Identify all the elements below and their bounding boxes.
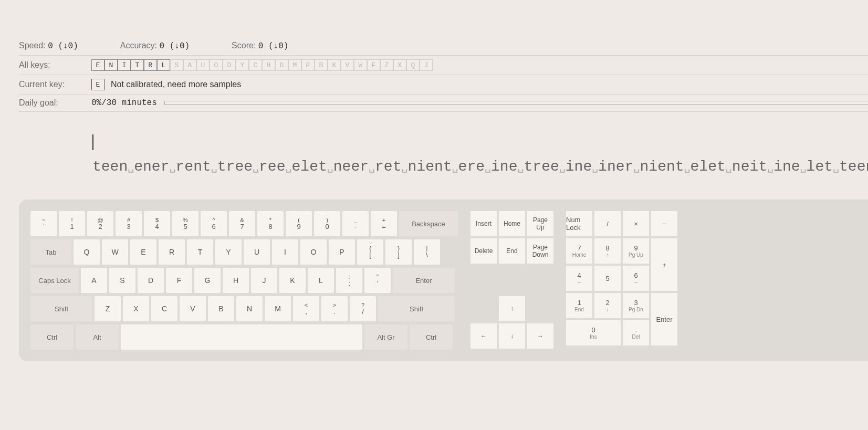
numpad-1-key[interactable]: 1End xyxy=(566,293,592,318)
key-chip[interactable]: X xyxy=(393,59,406,71)
key[interactable]: *8 xyxy=(257,211,284,236)
key[interactable]: B xyxy=(208,296,234,321)
numpad-add-key[interactable]: + xyxy=(651,238,677,291)
key-chip[interactable]: Z xyxy=(380,59,393,71)
typing-text[interactable]: teen␣ener␣rent␣tree␣ree␣elet␣neer␣ret␣ni… xyxy=(19,133,868,179)
key[interactable]: {[ xyxy=(357,239,383,265)
key[interactable]: += xyxy=(371,211,397,236)
numpad-3-key[interactable]: 3Pg Dn xyxy=(623,293,649,318)
numpad-4-key[interactable]: 4← xyxy=(566,266,592,291)
key-chip[interactable]: Q xyxy=(406,59,420,71)
key[interactable]: @2 xyxy=(87,211,113,236)
key[interactable]: K xyxy=(279,268,306,293)
key[interactable]: M xyxy=(265,296,291,321)
key[interactable]: W xyxy=(102,239,128,265)
key[interactable]: X xyxy=(123,296,149,321)
key-chip[interactable]: H xyxy=(262,59,275,71)
capslock-key[interactable]: Caps Lock xyxy=(30,268,79,293)
key-chip[interactable]: L xyxy=(157,59,170,71)
numpad-7-key[interactable]: 7Home xyxy=(566,238,592,264)
key[interactable]: Y xyxy=(215,239,242,265)
shift-right-key[interactable]: Shift xyxy=(378,296,455,321)
key[interactable]: }] xyxy=(385,239,412,265)
key[interactable]: T xyxy=(187,239,213,265)
key-chip[interactable]: B xyxy=(315,59,328,71)
space-key[interactable] xyxy=(121,324,362,350)
key[interactable]: N xyxy=(236,296,263,321)
pgdn-key[interactable]: Page Down xyxy=(527,238,553,264)
numpad-6-key[interactable]: 6→ xyxy=(623,266,649,291)
key-chip[interactable]: J xyxy=(420,59,433,71)
key-chip[interactable]: K xyxy=(328,59,341,71)
arrow-key[interactable]: ← xyxy=(470,323,497,349)
end-key[interactable]: End xyxy=(499,238,525,264)
shift-left-key[interactable]: Shift xyxy=(30,296,92,321)
key-chip[interactable]: D xyxy=(223,59,236,71)
key-chip[interactable]: A xyxy=(183,59,196,71)
pgup-key[interactable]: Page Up xyxy=(527,211,553,236)
ctrl-key[interactable]: Ctrl xyxy=(30,324,74,350)
tab-key[interactable]: Tab xyxy=(30,239,71,265)
key[interactable]: H xyxy=(223,268,249,293)
key[interactable]: ^6 xyxy=(201,211,227,236)
key[interactable]: U xyxy=(244,239,270,265)
key-chip[interactable]: R xyxy=(144,59,157,71)
key[interactable]: )0 xyxy=(314,211,340,236)
key-chip[interactable]: T xyxy=(131,59,144,71)
key[interactable]: $4 xyxy=(144,211,170,236)
key[interactable]: <, xyxy=(293,296,319,321)
key[interactable]: !1 xyxy=(59,211,85,236)
numpad-subtract-key[interactable]: − xyxy=(651,211,677,236)
key[interactable]: R xyxy=(159,239,185,265)
key[interactable]: _- xyxy=(342,211,369,236)
numpad-9-key[interactable]: 9Pg Up xyxy=(623,238,649,264)
alt-key[interactable]: Alt xyxy=(76,324,119,350)
numpad-2-key[interactable]: 2↓ xyxy=(594,293,621,318)
key[interactable]: L xyxy=(308,268,334,293)
key-chip[interactable]: C xyxy=(249,59,262,71)
key[interactable]: >. xyxy=(321,296,348,321)
key-chip[interactable]: O xyxy=(210,59,223,71)
numlock-key[interactable]: Num Lock xyxy=(566,211,592,236)
key[interactable]: F xyxy=(166,268,192,293)
numpad-enter-key[interactable]: Enter xyxy=(651,293,677,345)
enter-key[interactable]: Enter xyxy=(393,268,455,293)
key[interactable]: C xyxy=(151,296,177,321)
key[interactable]: ?/ xyxy=(350,296,376,321)
key-chip[interactable]: U xyxy=(196,59,210,71)
key[interactable]: "' xyxy=(364,268,391,293)
key-chip[interactable]: I xyxy=(118,59,131,71)
key[interactable]: P xyxy=(329,239,355,265)
key-chip[interactable]: P xyxy=(301,59,315,71)
key-chip[interactable]: E xyxy=(91,59,104,71)
ctrl-right-key[interactable]: Ctrl xyxy=(410,324,453,350)
numpad-dot-key[interactable]: .Del xyxy=(623,320,649,345)
key[interactable]: (9 xyxy=(286,211,312,236)
key[interactable]: #3 xyxy=(116,211,142,236)
key-chip[interactable]: Y xyxy=(236,59,249,71)
key-chip[interactable]: G xyxy=(275,59,288,71)
key-chip[interactable]: M xyxy=(288,59,301,71)
key[interactable]: A xyxy=(81,268,107,293)
key-chip[interactable]: W xyxy=(354,59,367,71)
key-chip[interactable]: S xyxy=(170,59,183,71)
arrow-key[interactable]: ↑ xyxy=(499,296,525,321)
key[interactable]: :; xyxy=(336,268,362,293)
key[interactable]: D xyxy=(138,268,164,293)
key-chip[interactable]: V xyxy=(341,59,354,71)
numpad-divide-key[interactable]: / xyxy=(594,211,621,236)
delete-key[interactable]: Delete xyxy=(470,238,497,264)
key[interactable]: &7 xyxy=(229,211,255,236)
key[interactable]: Q xyxy=(74,239,100,265)
key-chip[interactable]: F xyxy=(367,59,380,71)
key[interactable]: ~` xyxy=(30,211,57,236)
arrow-key[interactable]: → xyxy=(527,323,553,349)
key[interactable]: E xyxy=(130,239,156,265)
arrow-key[interactable]: ↓ xyxy=(499,323,525,349)
numpad-8-key[interactable]: 8↑ xyxy=(594,238,621,264)
home-key[interactable]: Home xyxy=(499,211,525,236)
key[interactable]: S xyxy=(109,268,135,293)
key[interactable]: I xyxy=(272,239,298,265)
key[interactable]: V xyxy=(180,296,206,321)
key-chip[interactable]: N xyxy=(104,59,118,71)
